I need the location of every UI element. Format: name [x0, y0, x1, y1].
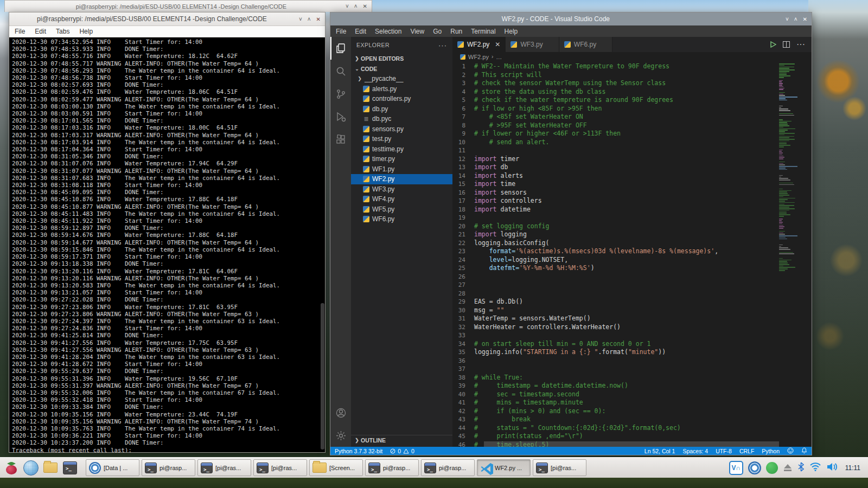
launcher-terminal[interactable] [61, 459, 79, 477]
minimize-icon[interactable]: ˅ [299, 16, 302, 22]
vscode-menu-file[interactable]: File [336, 28, 346, 35]
vscode-menu-go[interactable]: Go [433, 28, 442, 35]
status-item[interactable]: UTF-8 [716, 448, 732, 454]
tray-volume[interactable] [826, 462, 838, 474]
search-icon[interactable] [330, 60, 351, 82]
tab-WF2.py[interactable]: WF2.py✕ [452, 37, 506, 52]
tray-eject[interactable] [783, 464, 793, 472]
background-terminal-window[interactable]: pi@raspberrypi: /media/pi/ESD-USB/00 ELE… [4, 0, 372, 12]
file-item-WF2.py[interactable]: WF2.py [351, 174, 452, 184]
gear-icon[interactable] [330, 424, 351, 447]
extensions-icon[interactable] [330, 128, 351, 151]
tray-green-dot[interactable] [766, 462, 778, 474]
file-item-__pycache__[interactable]: ❯__pycache__ [351, 74, 452, 84]
tab-WF6.py[interactable]: WF6.py✕ [559, 37, 612, 52]
launcher-globe[interactable] [22, 459, 40, 477]
open-editors-section[interactable]: ❯ OPEN EDITORS [351, 53, 452, 63]
file-item-sensors.py[interactable]: sensors.py [351, 124, 452, 134]
maximize-icon[interactable]: ˄ [308, 16, 311, 22]
status-item[interactable]: Ln 52, Col 1 [644, 448, 675, 454]
task-button[interactable]: pi@rasp... [421, 459, 475, 476]
more-actions-icon[interactable]: ··· [796, 40, 805, 49]
launcher-folder[interactable] [41, 459, 60, 477]
terminal-menu-file[interactable]: File [15, 28, 25, 35]
vscode-menu-edit[interactable]: Edit [355, 28, 366, 35]
task-button[interactable]: pi@rasp... [365, 459, 419, 476]
vscode-menu-selection[interactable]: Selection [375, 28, 401, 35]
scm-icon[interactable] [330, 82, 351, 105]
vscode-menu-view[interactable]: View [410, 28, 424, 35]
python-file-icon [363, 146, 369, 152]
minimap[interactable] [779, 63, 806, 272]
file-item-WF5.py[interactable]: WF5.py [351, 204, 452, 215]
maximize-icon[interactable]: ˄ [354, 3, 358, 9]
close-icon[interactable]: ✕ [316, 16, 321, 22]
file-item-timer.py[interactable]: timer.py [351, 154, 452, 164]
file-item-WF4.py[interactable]: WF4.py [351, 194, 452, 204]
file-item-test.py[interactable]: test.py [351, 134, 452, 144]
terminal-scrollbar[interactable] [321, 303, 324, 450]
status-item[interactable]: CRLF [739, 448, 754, 454]
debug-icon[interactable] [330, 105, 351, 128]
clock: 11:11 [845, 464, 860, 472]
close-icon[interactable]: ✕ [363, 3, 367, 9]
vscode-menu-run[interactable]: Run [450, 28, 462, 35]
terminal-menu-help[interactable]: Help [79, 28, 93, 35]
file-item-WF1.py[interactable]: WF1.py [351, 164, 452, 175]
terminal-titlebar[interactable]: pi@raspberrypi: /media/pi/ESD-USB/00 ELE… [9, 12, 325, 26]
code-editor[interactable]: 1# WF2-- Maintain the Water Tempreture t… [452, 61, 812, 447]
tray-wifi[interactable] [809, 462, 821, 473]
close-icon[interactable]: ✕ [495, 41, 500, 48]
outline-section[interactable]: ❯ OUTLINE [351, 435, 452, 445]
file-item-WF6.py[interactable]: WF6.py [351, 214, 452, 224]
code-folder-section[interactable]: ⌄ CODE [351, 63, 452, 74]
run-button[interactable] [770, 41, 776, 48]
file-item-db.pyc[interactable]: ≣db.pyc [351, 114, 452, 124]
status-item[interactable]: Spaces: 4 [682, 448, 708, 454]
tray-chromium-tray[interactable] [748, 461, 761, 474]
log-line: 2020-12-30 10:09:35.156 WARNINGALERT-INF… [12, 418, 325, 425]
minimize-icon[interactable]: ˅ [346, 3, 349, 9]
task-button[interactable]: [Screen... [309, 459, 363, 476]
log-line: 2020-12-30 09:13:21.057 INFOStart Timer … [12, 289, 325, 296]
traceback-line: Traceback (most recent call last): [12, 447, 325, 452]
file-item-WF3.py[interactable]: WF3.py [351, 184, 452, 195]
vscode-menu-help[interactable]: Help [505, 28, 518, 35]
maximize-icon[interactable]: ˄ [794, 16, 797, 22]
task-button[interactable]: pi@rasp... [142, 459, 195, 476]
files-icon[interactable] [330, 37, 351, 60]
file-item-controllers.py[interactable]: controllers.py [351, 94, 452, 104]
vscode-titlebar[interactable]: WF2.py - CODE - Visual Studio Code ˅ ˄ ✕ [330, 12, 812, 25]
task-button[interactable]: [pi@ras... [253, 459, 307, 476]
close-icon[interactable]: ✕ [803, 16, 807, 22]
task-button[interactable]: [pi@ras... [533, 459, 586, 476]
status-item[interactable]: Python [762, 448, 780, 454]
minimize-icon[interactable]: ˅ [786, 16, 789, 22]
tab-WF3.py[interactable]: WF3.py✕ [506, 37, 559, 52]
task-button[interactable]: [Data | ... [86, 459, 139, 476]
breadcrumb[interactable]: WF2.py › … [452, 52, 812, 61]
account-icon[interactable] [330, 401, 351, 424]
split-editor-icon[interactable] [783, 41, 790, 48]
file-item-alerts.py[interactable]: alerts.py [351, 84, 452, 94]
vscode-window: WF2.py - CODE - Visual Studio Code ˅ ˄ ✕… [330, 12, 812, 455]
explorer-more-actions-icon[interactable]: ··· [438, 41, 447, 49]
terminal-menu-tabs[interactable]: Tabs [56, 28, 69, 35]
vscode-menu-terminal[interactable]: Terminal [471, 28, 495, 35]
launcher-raspberry[interactable] [2, 459, 21, 477]
task-button[interactable]: [pi@ras... [197, 459, 251, 476]
horizontal-scrollbar[interactable] [484, 441, 779, 447]
tray-bluetooth[interactable] [797, 462, 805, 474]
problems-status[interactable]: 0 0 [390, 448, 414, 454]
tray-vnc[interactable]: V∩ [729, 461, 743, 475]
notifications-bell-icon[interactable] [801, 447, 807, 455]
terminal-menu-edit[interactable]: Edit [35, 28, 46, 35]
terminal-output[interactable]: 2020-12-30 07:34:52.954 INFOStart Timer … [9, 37, 325, 452]
file-item-db.py[interactable]: db.py [351, 104, 452, 114]
log-line: 2020-12-30 10:09:35.763 INFOThe Water te… [12, 425, 325, 432]
feedback-icon[interactable] [787, 447, 794, 455]
file-item-testtime.py[interactable]: testtime.py [351, 144, 452, 155]
file-name: WF2.py [372, 175, 394, 183]
task-button[interactable]: WF2.py ... [477, 459, 531, 476]
python-version-status[interactable]: Python 3.7.3 32-bit [335, 448, 382, 454]
